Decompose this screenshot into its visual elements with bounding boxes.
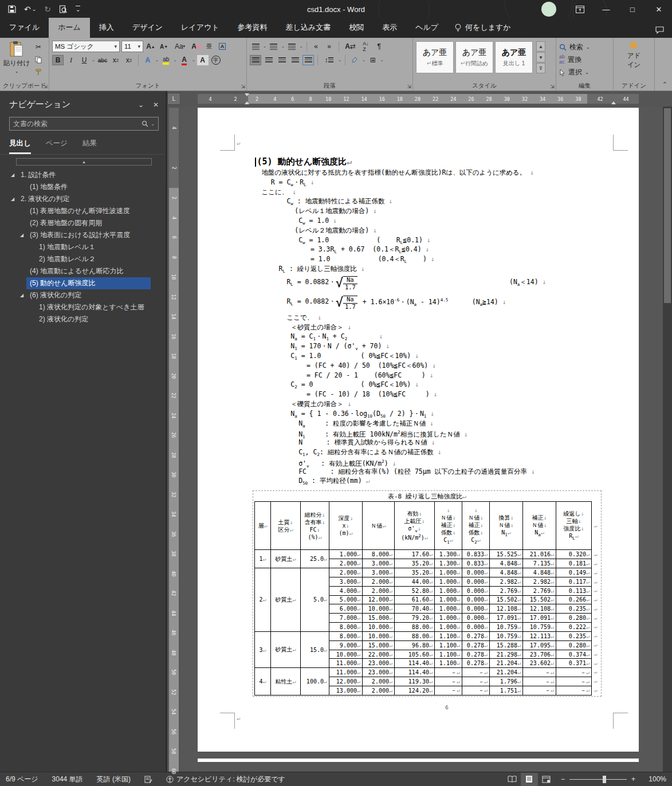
multilevel-list-icon[interactable] xyxy=(286,41,298,52)
nav-heading-item[interactable]: (4) 地震動によるせん断応力比 xyxy=(0,265,166,277)
table-cell[interactable]: 2.000↵ xyxy=(363,577,395,586)
align-right-icon[interactable] xyxy=(276,55,288,65)
table-cell[interactable]: 4.848↵ xyxy=(490,559,523,568)
table-cell[interactable]: －↵ xyxy=(435,668,462,677)
table-cell[interactable]: 0.278↵ xyxy=(462,650,490,659)
table-cell[interactable]: 1.000↵ xyxy=(435,604,462,614)
document-line[interactable]: = FC / 20 - 1 (60%≦FC ) ↓ xyxy=(255,371,639,380)
style-行間詰め[interactable]: あア亜↵行間詰め xyxy=(455,41,493,73)
table-cell[interactable]: 0.000↵ xyxy=(462,623,490,632)
table-cell[interactable]: 119.30↵ xyxy=(395,677,435,686)
table-cell[interactable]: 0.000↵ xyxy=(462,595,490,604)
table-cell[interactable]: 52.80↵ xyxy=(395,586,435,595)
table-cell[interactable]: 0.280↵ xyxy=(556,614,592,623)
table-cell[interactable]: 0.000↵ xyxy=(462,577,490,586)
table-cell[interactable]: 3.000↵ xyxy=(363,559,395,568)
table-cell[interactable]: 0.235↵ xyxy=(556,631,592,640)
table-cell[interactable]: 0.181↵ xyxy=(556,559,592,568)
table-cell[interactable]: 0.113↵ xyxy=(556,586,592,595)
table-cell[interactable]: 0.278↵ xyxy=(462,631,490,640)
cut-icon[interactable]: ✂ xyxy=(33,42,44,52)
table-cell[interactable]: 10.759↵ xyxy=(490,631,523,640)
table-cell[interactable]: 1.300↵ xyxy=(435,550,462,559)
table-cell[interactable]: －↵ xyxy=(435,686,462,695)
table-cell[interactable]: －↵ xyxy=(462,677,490,686)
document-line[interactable]: = 3.3RL + 0.67 (0.1＜RL≦0.4) ↓ xyxy=(255,245,639,254)
table-cell[interactable]: 1.000↵ xyxy=(435,623,462,632)
table-cell[interactable]: 17.091↵ xyxy=(523,614,556,623)
italic-button[interactable]: I xyxy=(65,55,77,65)
ribbon-tab-差し込み文書[interactable]: 差し込み文書 xyxy=(277,18,340,38)
table-cell[interactable]: 23.000↵ xyxy=(363,668,395,677)
maximize-button[interactable]: □ xyxy=(619,0,646,18)
table-cell[interactable]: 0.266↵ xyxy=(556,595,592,604)
enclose-characters-icon[interactable]: 字 xyxy=(210,55,222,65)
document-line[interactable]: ＜砂質土の場合＞ ↓ xyxy=(255,323,639,332)
collapse-ribbon-icon[interactable]: ⌃ xyxy=(662,81,667,88)
nav-tab-結果[interactable]: 結果 xyxy=(82,139,97,154)
grow-font-icon[interactable]: A▲ xyxy=(145,41,156,52)
table-cell[interactable]: 12.108↵ xyxy=(490,604,523,614)
scrollbar-thumb[interactable] xyxy=(664,108,671,303)
zoom-percentage[interactable]: 100% xyxy=(641,775,666,783)
table-cell[interactable]: 0.235↵ xyxy=(556,604,592,614)
ribbon-display-options-icon[interactable] xyxy=(567,0,593,18)
table-cell[interactable]: 21.204↵ xyxy=(490,659,523,668)
table-cell[interactable]: 1.000↵ xyxy=(435,614,462,623)
table-cell[interactable]: －↵ xyxy=(462,668,490,677)
table-cell[interactable]: 0.000↵ xyxy=(462,614,490,623)
document-line[interactable]: N1 = 170・N / (σ'v + 70) ↓ xyxy=(255,341,639,351)
table-cell[interactable]: 0.320↵ xyxy=(556,550,592,559)
table-cell[interactable]: 0.000↵ xyxy=(462,568,490,577)
document-line[interactable]: Na : 粒度の影響を考慮した補正Ｎ値 ↓ xyxy=(255,419,639,429)
superscript-icon[interactable]: x2 xyxy=(123,55,135,65)
table-header-cell[interactable]: 換算↓Ｎ値↓N1↵ xyxy=(490,502,523,550)
account-avatar[interactable] xyxy=(541,2,556,17)
table-cell[interactable]: 0.833↵ xyxy=(462,559,490,568)
decrease-indent-icon[interactable]: « xyxy=(311,41,322,52)
styles-gallery-more-icon[interactable]: ⊽ xyxy=(536,63,545,73)
table-cell[interactable]: 2.769↵ xyxy=(523,586,556,595)
table-cell[interactable]: 砂質土↵ xyxy=(271,550,301,568)
undo-icon[interactable]: ↶⌄ xyxy=(24,5,36,14)
document-line[interactable]: (レベル１地震動の場合) ↓ xyxy=(255,206,639,216)
table-cell[interactable]: 88.00↵ xyxy=(395,623,435,632)
nav-heading-item[interactable]: 1) 地震動レベル１ xyxy=(0,241,166,253)
nav-heading-item[interactable]: (2) 表層地盤の固有周期 xyxy=(0,217,166,229)
collapse-triangle-icon[interactable]: ◢ xyxy=(11,196,14,202)
table-cell[interactable]: 4.000↵ xyxy=(329,586,363,595)
table-header-cell[interactable]: 細粒分↓含有率↓FC↓(%)↵ xyxy=(301,502,329,550)
text-highlight-icon[interactable]: ab xyxy=(160,55,172,65)
table-cell[interactable]: 15.000↵ xyxy=(363,640,395,650)
ribbon-tab-ヘルプ[interactable]: ヘルプ xyxy=(406,18,447,38)
document-page[interactable]: ↵ ↵ (5) 動的せん断強度比↵ 地盤の液状化に対する抵抗力を表す指標(動的せ… xyxy=(198,108,639,752)
select-button[interactable]: 選択⌄ xyxy=(559,66,610,78)
phonetic-guide-icon[interactable]: 亜 xyxy=(203,41,215,52)
character-scaling-icon[interactable]: A⇄ xyxy=(343,41,359,52)
replace-button[interactable]: abac 置換 xyxy=(559,53,610,66)
table-header-cell[interactable]: Ｎ値↵ xyxy=(363,502,395,550)
table-cell[interactable]: 100.0↵ xyxy=(301,668,329,695)
table-cell[interactable]: －↵ xyxy=(435,677,462,686)
vertical-scrollbar[interactable] xyxy=(663,107,672,772)
collapse-triangle-icon[interactable]: ◢ xyxy=(20,233,23,238)
table-cell[interactable]: 10.000↵ xyxy=(329,650,363,659)
strikethrough-icon[interactable]: abc xyxy=(97,55,108,65)
font-size-combo[interactable]: 11▾ xyxy=(121,41,143,52)
document-line[interactable]: ここに、 ↓ xyxy=(255,187,639,197)
table-cell[interactable]: 0.833↵ xyxy=(462,550,490,559)
table-cell[interactable]: 21.016↵ xyxy=(523,550,556,559)
table-cell[interactable]: 2.982↵ xyxy=(523,577,556,586)
comments-icon[interactable] xyxy=(655,26,664,34)
table-cell[interactable]: 7.000↵ xyxy=(329,614,363,623)
table-header-cell[interactable]: 繰返し↓三軸↓強度比↓RL↵ xyxy=(556,502,592,550)
table-cell[interactable]: 1.751↵ xyxy=(490,686,523,695)
table-cell[interactable]: 44.00↵ xyxy=(395,577,435,586)
language-indicator[interactable]: 英語 (米国) xyxy=(97,775,131,784)
table-header-cell[interactable]: ↓Ｎ値↓補正↓係数↓C1↵ xyxy=(435,502,462,550)
font-family-combo[interactable]: MS ゴシック▾ xyxy=(52,41,120,52)
styles-scroll-down-icon[interactable]: ▼ xyxy=(536,52,545,62)
right-indent-marker[interactable] xyxy=(611,101,616,104)
table-cell[interactable]: 23.706↵ xyxy=(523,650,556,659)
table-cell[interactable]: 5.0↵ xyxy=(301,568,329,632)
